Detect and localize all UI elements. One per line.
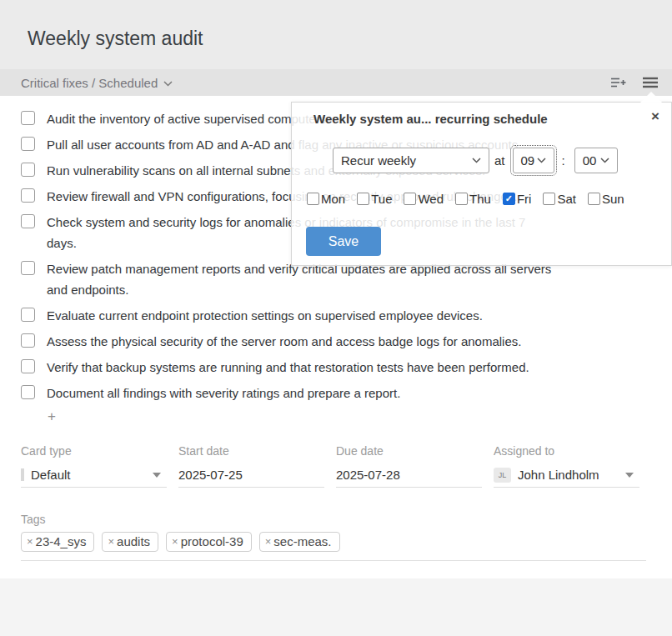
menu-icon — [643, 77, 658, 88]
chevron-down-icon — [600, 158, 609, 163]
checklist-item: Assess the physical security of the serv… — [21, 331, 646, 352]
tags-section: Tags × 23-4_sys × audits × protocol-39 ×… — [21, 513, 340, 552]
card-type-color-bar — [21, 468, 24, 481]
tag-chip: × audits — [102, 532, 158, 552]
field-start-date: Start date 2025-07-25 — [178, 444, 336, 488]
checkbox[interactable] — [21, 261, 35, 275]
checklist-item: Document all findings with severity rati… — [21, 383, 646, 403]
add-checklist-item-button[interactable]: + — [48, 408, 64, 425]
checkbox: ✓ — [588, 193, 600, 205]
dropdown-caret-icon — [625, 473, 634, 478]
checkbox[interactable] — [21, 188, 35, 203]
close-icon[interactable]: × — [651, 108, 659, 125]
section-divider — [21, 560, 646, 561]
checklist-item: Evaluate current endpoint protection set… — [21, 305, 646, 326]
weekday-checkbox-thu[interactable]: ✓ Thu — [455, 192, 491, 206]
weekday-checkbox-wed[interactable]: ✓ Wed — [404, 192, 444, 206]
save-button[interactable]: Save — [306, 227, 381, 256]
weekday-checkbox-fri[interactable]: ✓ Fri — [503, 192, 532, 206]
popup-arrow — [640, 92, 662, 103]
board-column-dropdown[interactable]: Critical fixes / Scheduled — [21, 76, 173, 90]
avatar: JL — [494, 468, 511, 483]
chevron-down-icon — [537, 158, 546, 163]
due-date-input[interactable]: 2025-07-28 — [336, 463, 482, 488]
weekday-row: ✓ Mon ✓ Tue ✓ Wed ✓ Thu ✓ Fri ✓ Sat — [307, 192, 624, 206]
minute-select[interactable]: 00 — [574, 148, 618, 173]
checkbox: ✓ — [503, 193, 515, 205]
field-label: Card type — [21, 444, 178, 458]
checkbox: ✓ — [307, 193, 319, 205]
field-due-date: Due date 2025-07-28 — [336, 444, 494, 488]
checkbox[interactable] — [21, 308, 35, 322]
dropdown-caret-icon — [153, 473, 161, 478]
schedule-controls: Recur weekly at 09 : 00 — [333, 148, 618, 173]
page-title: Weekly system audit — [28, 28, 203, 50]
hour-select[interactable]: 09 — [513, 148, 554, 173]
checkbox[interactable] — [21, 111, 35, 125]
field-label: Assigned to — [494, 444, 651, 458]
card-detail-page: Weekly system audit Critical fixes / Sch… — [0, 0, 672, 636]
field-assigned-to: Assigned to JL John Lindholm — [494, 444, 651, 488]
checkbox: ✓ — [455, 193, 468, 205]
weekday-checkbox-sat[interactable]: ✓ Sat — [543, 192, 576, 206]
checkbox[interactable] — [21, 385, 35, 399]
checkbox: ✓ — [357, 193, 369, 205]
tags-label: Tags — [21, 513, 340, 526]
field-card-type: Card type Default — [21, 444, 178, 488]
page-footer — [0, 578, 672, 636]
card-fields: Card type Default Start date 2025-07-25 … — [21, 444, 651, 488]
checkbox: ✓ — [404, 193, 416, 205]
checklist-item-text: Audit the inventory of active supervised… — [47, 108, 329, 129]
remove-tag-icon[interactable]: × — [108, 535, 114, 548]
checkbox[interactable] — [21, 333, 35, 348]
weekday-checkbox-tue[interactable]: ✓ Tue — [357, 192, 392, 206]
at-label: at — [494, 153, 505, 168]
tag-list: × 23-4_sys × audits × protocol-39 × sec-… — [21, 532, 340, 552]
time-separator: : — [562, 153, 565, 168]
tag-chip: × sec-meas. — [259, 532, 340, 552]
checkbox[interactable] — [21, 214, 35, 228]
check-icon: ✓ — [505, 194, 513, 203]
remove-tag-icon[interactable]: × — [172, 535, 178, 548]
checklist-item-text: Evaluate current endpoint protection set… — [47, 305, 483, 326]
card-type-select[interactable]: Default — [21, 463, 167, 488]
checklist-item-text: Verify that backup systems are running a… — [47, 357, 529, 378]
card-menu-button[interactable] — [643, 77, 658, 88]
chevron-down-icon — [163, 81, 173, 87]
page-header: Weekly system audit — [0, 0, 672, 69]
field-label: Due date — [336, 444, 494, 458]
recurrence-select[interactable]: Recur weekly — [333, 148, 489, 173]
tag-chip: × 23-4_sys — [21, 532, 94, 552]
list-add-icon — [611, 77, 627, 88]
popup-title: Weekly system au... recurring schedule — [313, 112, 548, 126]
checklist-item-text: Assess the physical security of the serv… — [47, 331, 521, 352]
checkbox: ✓ — [543, 193, 555, 205]
recurring-schedule-popup: Weekly system au... recurring schedule ×… — [291, 102, 672, 266]
start-date-input[interactable]: 2025-07-25 — [178, 463, 324, 488]
remove-tag-icon[interactable]: × — [27, 535, 33, 548]
add-list-button[interactable] — [611, 77, 627, 88]
checklist-item-text: Document all findings with severity rati… — [47, 383, 400, 403]
checklist-item: Verify that backup systems are running a… — [21, 357, 646, 378]
chevron-down-icon — [472, 158, 481, 163]
checkbox[interactable] — [21, 137, 35, 151]
tag-chip: × protocol-39 — [166, 532, 252, 552]
assignee-select[interactable]: JL John Lindholm — [494, 463, 639, 488]
weekday-checkbox-mon[interactable]: ✓ Mon — [307, 192, 345, 206]
field-label: Start date — [178, 444, 336, 458]
checkbox[interactable] — [21, 163, 35, 177]
weekday-checkbox-sun[interactable]: ✓ Sun — [588, 192, 624, 206]
checkbox[interactable] — [21, 359, 35, 373]
remove-tag-icon[interactable]: × — [265, 535, 272, 548]
toolbar: Critical fixes / Scheduled — [0, 69, 672, 96]
breadcrumb: Critical fixes / Scheduled — [21, 76, 158, 90]
